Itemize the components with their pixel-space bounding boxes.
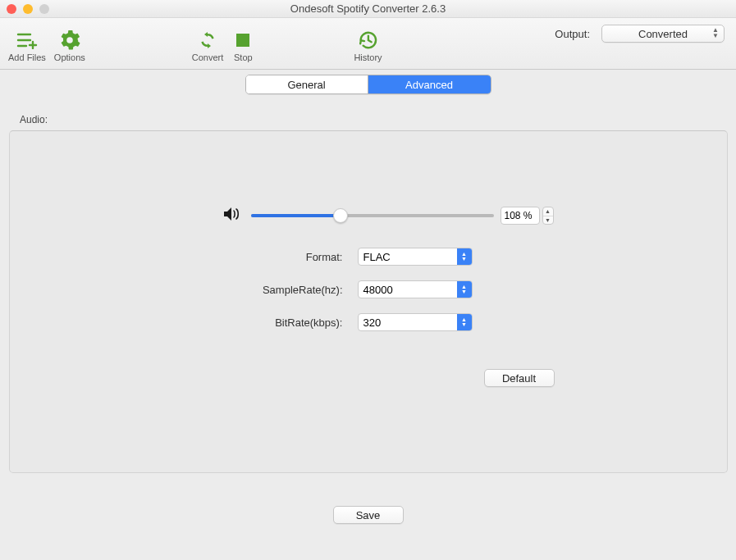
samplerate-label: SampleRate(hz):	[245, 284, 343, 296]
format-label: Format:	[269, 251, 343, 263]
samplerate-select[interactable]: 48000 ▲▼	[358, 280, 473, 298]
output-group: Output: Converted ▲▼	[555, 25, 725, 43]
slider-thumb[interactable]	[333, 208, 348, 223]
stop-icon	[231, 30, 254, 51]
add-files-button[interactable]: Add Files	[8, 25, 46, 62]
svg-marker-6	[208, 43, 211, 48]
history-button[interactable]: History	[354, 25, 382, 62]
updown-icon: ▲▼	[712, 27, 719, 39]
volume-input[interactable]	[501, 207, 540, 225]
speaker-icon	[223, 207, 241, 225]
chevrons-icon: ▲▼	[457, 248, 472, 265]
segmented-control: General Advanced	[245, 75, 491, 94]
format-row: Format: FLAC ▲▼	[269, 248, 473, 266]
save-button[interactable]: Save	[333, 506, 404, 524]
toolbar: Add Files Options	[0, 18, 736, 70]
format-select[interactable]: FLAC ▲▼	[358, 248, 473, 266]
volume-slider[interactable]	[251, 214, 494, 217]
bitrate-label: BitRate(kbps):	[245, 316, 343, 329]
tab-advanced[interactable]: Advanced	[368, 75, 491, 93]
list-plus-icon	[16, 30, 39, 51]
tab-general[interactable]: General	[246, 75, 368, 93]
chevrons-icon: ▲▼	[457, 281, 472, 298]
bitrate-value: 320	[363, 316, 382, 329]
window-title: Ondesoft Spotify Converter 2.6.3	[0, 2, 736, 15]
chevrons-icon: ▲▼	[457, 314, 472, 330]
bottom-area: Save	[0, 473, 736, 524]
audio-panel: ▲ ▼ Format: FLAC ▲▼ SampleRate(hz): 4800…	[9, 130, 728, 473]
stop-label: Stop	[234, 52, 253, 62]
gear-icon	[58, 30, 81, 51]
default-button[interactable]: Default	[484, 369, 555, 387]
history-icon	[356, 30, 379, 51]
bitrate-row: BitRate(kbps): 320 ▲▼	[269, 313, 473, 331]
svg-rect-7	[236, 34, 249, 47]
convert-label: Convert	[192, 52, 224, 62]
format-value: FLAC	[363, 251, 391, 263]
options-label: Options	[54, 52, 85, 62]
bitrate-select[interactable]: 320 ▲▼	[358, 313, 473, 331]
samplerate-value: 48000	[363, 284, 393, 296]
samplerate-row: SampleRate(hz): 48000 ▲▼	[269, 280, 473, 298]
output-value: Converted	[638, 28, 688, 40]
toolbar-group-left: Add Files Options	[8, 25, 85, 62]
stop-button[interactable]: Stop	[231, 25, 254, 62]
svg-marker-5	[204, 32, 208, 37]
audio-section-label: Audio:	[8, 114, 728, 125]
slider-fill	[251, 214, 341, 217]
options-button[interactable]: Options	[54, 25, 85, 62]
history-label: History	[354, 52, 382, 62]
toolbar-group-mid: Convert Stop	[192, 25, 255, 62]
panel-wrap: Audio: ▲ ▼	[0, 94, 736, 473]
volume-stepper: ▲ ▼	[501, 207, 554, 225]
output-label: Output:	[555, 28, 590, 40]
stepper-buttons: ▲ ▼	[542, 207, 554, 225]
refresh-icon	[196, 30, 219, 51]
output-select[interactable]: Converted ▲▼	[601, 25, 725, 43]
add-files-label: Add Files	[8, 52, 46, 62]
stepper-down[interactable]: ▼	[543, 216, 553, 225]
stepper-up[interactable]: ▲	[543, 207, 553, 216]
tabs: General Advanced	[0, 70, 736, 94]
volume-row: ▲ ▼	[223, 207, 554, 225]
convert-button[interactable]: Convert	[192, 25, 224, 62]
titlebar: Ondesoft Spotify Converter 2.6.3	[0, 0, 736, 18]
